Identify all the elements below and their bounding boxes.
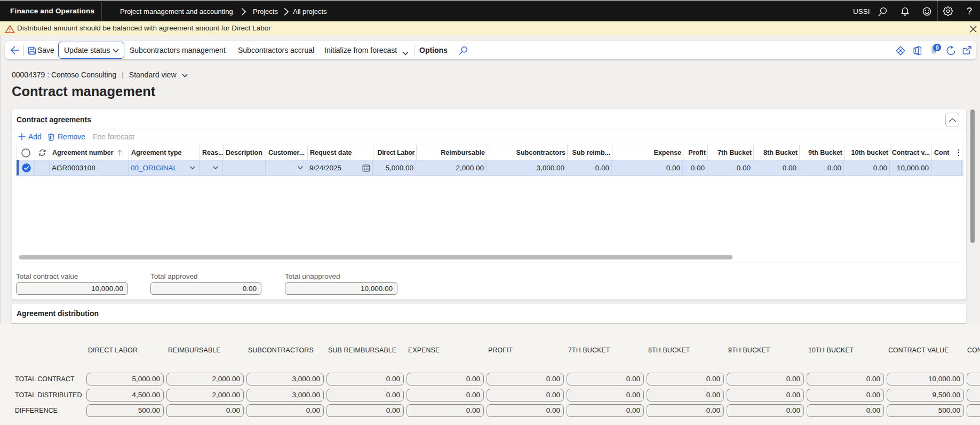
svg-text:0: 0 [936,44,939,51]
